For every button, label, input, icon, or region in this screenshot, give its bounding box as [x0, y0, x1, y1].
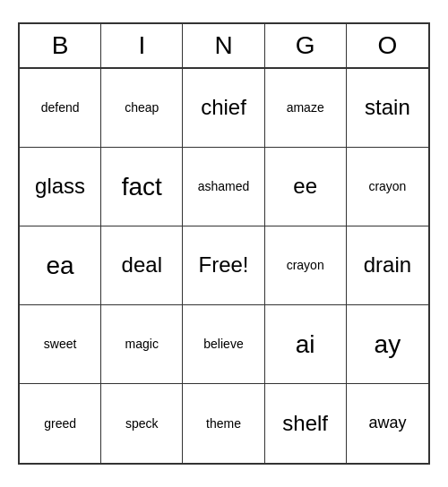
- header-letter: I: [101, 24, 183, 67]
- cell-text: magic: [125, 337, 159, 352]
- cell-text: sweet: [44, 337, 77, 352]
- bingo-cell: deal: [101, 226, 183, 305]
- bingo-cell: stain: [347, 69, 428, 148]
- cell-text: chief: [201, 95, 246, 121]
- cell-text: greed: [44, 416, 76, 431]
- bingo-cell: theme: [183, 384, 264, 463]
- cell-text: crayon: [287, 258, 324, 273]
- bingo-cell: Free!: [183, 226, 264, 305]
- bingo-cell: ay: [347, 305, 428, 384]
- bingo-cell: ea: [20, 226, 101, 305]
- bingo-card: BINGO defendcheapchiefamazestainglassfac…: [18, 22, 430, 465]
- bingo-cell: ai: [265, 305, 347, 384]
- bingo-cell: greed: [20, 384, 101, 463]
- bingo-header: BINGO: [20, 24, 428, 69]
- bingo-cell: fact: [101, 148, 183, 226]
- bingo-cell: sweet: [20, 305, 101, 384]
- cell-text: Free!: [198, 252, 248, 278]
- bingo-cell: ashamed: [183, 148, 264, 226]
- bingo-cell: crayon: [265, 226, 347, 305]
- cell-text: cheap: [125, 100, 159, 115]
- cell-text: fact: [122, 172, 162, 202]
- header-letter: B: [20, 24, 101, 67]
- cell-text: ashamed: [198, 179, 250, 194]
- cell-text: drain: [364, 252, 411, 278]
- cell-text: speck: [125, 416, 159, 431]
- bingo-cell: defend: [20, 69, 101, 148]
- header-letter: G: [265, 24, 347, 67]
- bingo-cell: glass: [20, 148, 101, 226]
- cell-text: ai: [296, 329, 315, 360]
- cell-text: theme: [206, 416, 241, 431]
- cell-text: away: [368, 414, 406, 433]
- bingo-cell: crayon: [347, 148, 428, 226]
- cell-text: deal: [122, 252, 162, 278]
- cell-text: amaze: [287, 100, 324, 115]
- bingo-cell: magic: [101, 305, 183, 384]
- cell-text: stain: [365, 95, 410, 121]
- cell-text: defend: [41, 100, 80, 115]
- bingo-cell: chief: [183, 69, 264, 148]
- cell-text: crayon: [368, 179, 406, 194]
- bingo-body: defendcheapchiefamazestainglassfactasham…: [20, 69, 428, 463]
- bingo-cell: drain: [347, 226, 428, 305]
- bingo-cell: cheap: [101, 69, 183, 148]
- cell-text: ee: [293, 174, 317, 200]
- bingo-cell: believe: [183, 305, 264, 384]
- bingo-cell: amaze: [265, 69, 347, 148]
- cell-text: ay: [375, 329, 401, 360]
- bingo-cell: shelf: [265, 384, 347, 463]
- header-letter: O: [347, 24, 428, 67]
- cell-text: believe: [203, 337, 243, 352]
- bingo-cell: speck: [101, 384, 183, 463]
- bingo-cell: ee: [265, 148, 347, 226]
- bingo-cell: away: [347, 384, 428, 463]
- cell-text: glass: [35, 174, 85, 200]
- cell-text: ea: [47, 251, 74, 281]
- header-letter: N: [183, 24, 264, 67]
- cell-text: shelf: [282, 411, 328, 437]
